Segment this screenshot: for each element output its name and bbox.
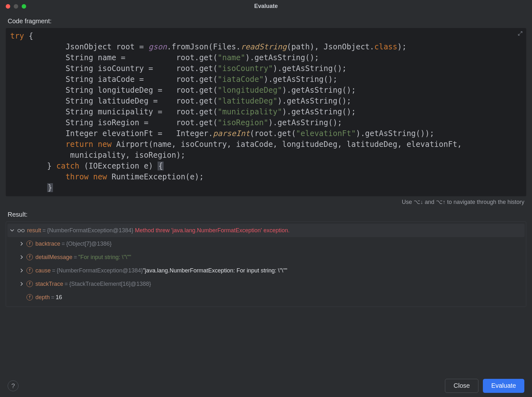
field-value: {StackTraceElement[16]@1388} [69,280,151,288]
expand-editor-icon[interactable] [517,31,523,39]
evaluate-button[interactable]: Evaluate [483,379,524,393]
field-name: depth [35,293,50,301]
chevron-right-icon[interactable] [19,254,25,260]
field-value-tail: "java.lang.NumberFormatException: For in… [143,267,287,275]
window-title: Evaluate [0,2,532,10]
result-field-row[interactable]: fdepth = 16 [7,291,525,304]
field-icon: f [26,281,33,287]
code-fragment-label: Code fragment: [8,17,524,25]
svg-point-0 [18,229,21,232]
result-root-type: {NumberFormatException@1384} [47,227,133,235]
equals-sign: = [52,267,55,275]
chevron-right-icon[interactable] [19,281,25,287]
field-value: "For input string: \"\"" [78,253,131,261]
field-recursive-icon: f [26,267,33,274]
result-root-name: result [27,227,41,235]
field-name: cause [35,267,51,275]
chevron-right-icon[interactable] [19,241,25,247]
equals-sign: = [51,293,55,301]
result-root-message: Method threw 'java.lang.NumberFormatExce… [135,227,290,235]
field-value: {Object[7]@1386} [66,240,112,248]
field-value: 16 [56,293,62,301]
dialog-footer: ? Close Evaluate [0,374,532,397]
result-field-row[interactable]: fdetailMessage = "For input string: \"\"… [7,250,525,264]
field-value: {NumberFormatException@1384} [57,267,143,275]
equals-sign: = [42,227,46,235]
watch-icon [17,228,25,233]
chevron-down-icon[interactable] [9,227,15,233]
code-fragment-editor[interactable]: try { JsonObject root = gson.fromJson(Fi… [6,28,526,196]
help-button[interactable]: ? [8,380,18,391]
result-label: Result: [8,210,524,219]
titlebar: Evaluate [0,0,532,13]
result-field-row[interactable]: fcause = {NumberFormatException@1384} "j… [7,264,525,277]
chevron-placeholder [19,294,25,300]
field-icon: f [26,241,33,247]
field-name: stackTrace [35,280,63,288]
close-button[interactable]: Close [445,379,478,393]
chevron-right-icon[interactable] [19,268,25,273]
result-field-row[interactable]: fstackTrace = {StackTraceElement[16]@138… [7,277,525,291]
history-hint: Use ⌥↓ and ⌥↑ to navigate through the hi… [8,198,524,206]
equals-sign: = [64,280,68,288]
result-field-row[interactable]: fbacktrace = {Object[7]@1386} [7,237,525,250]
field-icon: f [26,294,33,300]
result-root-row[interactable]: result = {NumberFormatException@1384} Me… [7,224,525,237]
svg-point-1 [22,229,25,232]
field-name: backtrace [35,240,60,248]
code-text[interactable]: try { JsonObject root = gson.fromJson(Fi… [10,31,522,193]
field-icon: f [26,254,33,260]
field-name: detailMessage [35,253,72,261]
result-tree[interactable]: result = {NumberFormatException@1384} Me… [6,221,526,307]
equals-sign: = [62,240,65,248]
equals-sign: = [74,253,77,261]
